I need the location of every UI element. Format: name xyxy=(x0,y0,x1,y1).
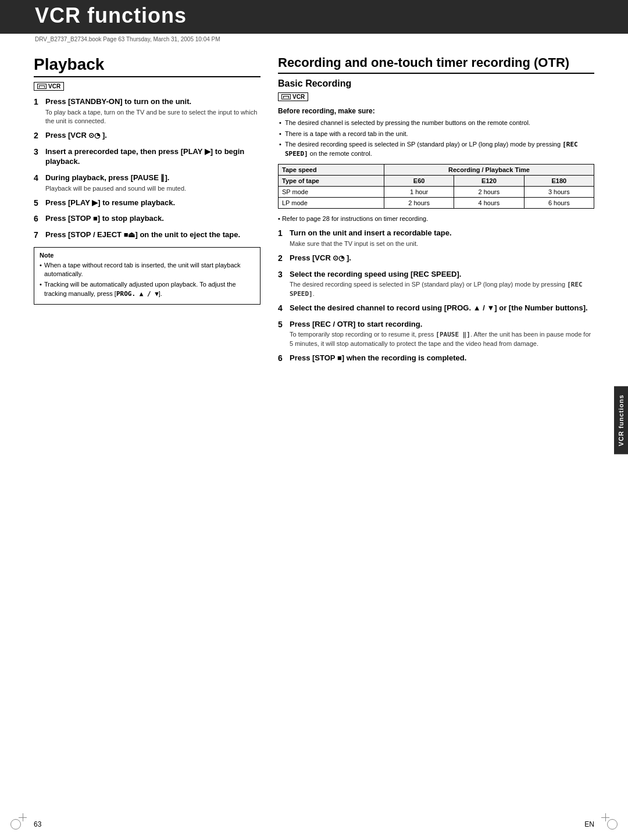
file-info: DRV_B2737_B2734.book Page 63 Thursday, M… xyxy=(35,36,220,42)
rec-step-2: 2 Press [VCR ⊙◔ ]. xyxy=(278,253,594,264)
table-header-e120: E120 xyxy=(454,175,524,186)
playback-section-title: Playback xyxy=(34,55,261,77)
tape-icon-right xyxy=(281,94,291,99)
rec-step-3: 3 Select the recording speed using [REC … xyxy=(278,269,594,298)
playback-step-4: 4 During playback, press [PAUSE ‖]. Play… xyxy=(34,173,261,193)
footer: 63 EN xyxy=(34,820,594,828)
table-cell-sp-label: SP mode xyxy=(279,186,384,197)
tape-speed-table: Tape speed Recording / Playback Time Typ… xyxy=(278,164,594,209)
table-header-tape-speed: Tape speed xyxy=(279,164,384,175)
before-item-2: There is a tape with a record tab in the… xyxy=(285,130,594,138)
rec-step5-sub: To temporarily stop recording or to resu… xyxy=(290,330,594,348)
rec-step1-sub: Make sure that the TV input is set on th… xyxy=(290,240,594,248)
rec-step6-main: Press [STOP ■] when the recording is com… xyxy=(290,353,594,363)
step4-main: During playback, press [PAUSE ‖]. xyxy=(45,173,261,183)
cross-mark-br xyxy=(601,813,609,821)
playback-step-5: 5 Press [PLAY ▶] to resume playback. xyxy=(34,198,261,209)
step6-main: Press [STOP ■] to stop playback. xyxy=(45,213,261,224)
table-cell-lp-e180: 6 hours xyxy=(524,197,594,208)
before-item-3: The desired recording speed is selected … xyxy=(285,140,594,158)
step1-sub: To play back a tape, turn on the TV and … xyxy=(45,108,261,126)
rec-step-5: 5 Press [REC / OTR] to start recording. … xyxy=(278,319,594,348)
recording-section-title: Recording and one-touch timer recording … xyxy=(278,55,594,74)
step7-main: Press [STOP / EJECT ■⏏] on the unit to e… xyxy=(45,230,261,240)
sidebar-tab: VCR functions xyxy=(614,386,628,454)
rec-step1-main: Turn on the unit and insert a recordable… xyxy=(290,228,594,238)
table-header-type: Type of tape xyxy=(279,175,384,186)
table-row-sp: SP mode 1 hour 2 hours 3 hours xyxy=(279,186,594,197)
language-label: EN xyxy=(584,820,594,828)
table-note: • Refer to page 28 for instructions on t… xyxy=(278,215,594,223)
note-box: Note When a tape without record tab is i… xyxy=(34,247,261,305)
step4-sub: Playback will be paused and sound will b… xyxy=(45,184,261,193)
before-recording-list: The desired channel is selected by press… xyxy=(278,119,594,158)
note-item-1: When a tape without record tab is insert… xyxy=(40,261,255,279)
table-header-e180: E180 xyxy=(524,175,594,186)
playback-step-1: 1 Press [STANDBY-ON] to turn on the unit… xyxy=(34,96,261,126)
main-content: Playback VCR 1 Press [STANDBY-ON] to tur… xyxy=(34,49,594,808)
rec-step5-main: Press [REC / OTR] to start recording. xyxy=(290,319,594,330)
step1-main: Press [STANDBY-ON] to turn on the unit. xyxy=(45,96,261,107)
playback-step-7: 7 Press [STOP / EJECT ■⏏] on the unit to… xyxy=(34,230,261,241)
table-row-lp: LP mode 2 hours 4 hours 6 hours xyxy=(279,197,594,208)
vcr-label-right: VCR xyxy=(292,94,305,100)
right-column: Recording and one-touch timer recording … xyxy=(278,49,594,808)
step3-main: Insert a prerecorded tape, then press [P… xyxy=(45,146,261,167)
rec-step2-main: Press [VCR ⊙◔ ]. xyxy=(290,253,594,263)
before-recording-title: Before recording, make sure: xyxy=(278,107,594,115)
vcr-badge-left: VCR xyxy=(34,82,64,91)
header-title: VCR functions xyxy=(35,3,187,28)
rec-step-1: 1 Turn on the unit and insert a recordab… xyxy=(278,228,594,248)
table-cell-lp-e60: 2 hours xyxy=(384,197,454,208)
vcr-label-left: VCR xyxy=(48,83,60,90)
rec-step3-main: Select the recording speed using [REC SP… xyxy=(290,269,594,280)
table-cell-sp-e60: 1 hour xyxy=(384,186,454,197)
rec-step-6: 6 Press [STOP ■] when the recording is c… xyxy=(278,353,594,364)
header-bar: VCR functions xyxy=(0,0,628,34)
table-header-rec-time: Recording / Playback Time xyxy=(384,164,594,175)
rec-step-4: 4 Select the desired channel to record u… xyxy=(278,303,594,314)
tape-icon-left xyxy=(37,84,47,89)
playback-step-6: 6 Press [STOP ■] to stop playback. xyxy=(34,213,261,225)
note-title: Note xyxy=(40,252,255,259)
vcr-badge-right: VCR xyxy=(278,92,308,101)
playback-step-3: 3 Insert a prerecorded tape, then press … xyxy=(34,146,261,168)
table-header-e60: E60 xyxy=(384,175,454,186)
table-cell-lp-e120: 4 hours xyxy=(454,197,524,208)
before-item-1: The desired channel is selected by press… xyxy=(285,119,594,127)
cross-mark-bl xyxy=(19,813,27,821)
sidebar-tab-label: VCR functions xyxy=(618,394,625,446)
note-item-2: Tracking will be automatically adjusted … xyxy=(40,280,255,298)
columns: Playback VCR 1 Press [STANDBY-ON] to tur… xyxy=(34,49,594,808)
playback-step-2: 2 Press [VCR ⊙◔ ]. xyxy=(34,130,261,142)
step5-main: Press [PLAY ▶] to resume playback. xyxy=(45,198,261,208)
basic-recording-title: Basic Recording xyxy=(278,78,594,89)
table-cell-sp-e180: 3 hours xyxy=(524,186,594,197)
left-column: Playback VCR 1 Press [STANDBY-ON] to tur… xyxy=(34,49,261,808)
rec-step3-sub: The desired recording speed is selected … xyxy=(290,280,594,298)
rec-step4-main: Select the desired channel to record usi… xyxy=(290,303,594,313)
table-cell-sp-e120: 2 hours xyxy=(454,186,524,197)
page-number: 63 xyxy=(34,820,41,828)
step2-main: Press [VCR ⊙◔ ]. xyxy=(45,130,261,141)
table-cell-lp-label: LP mode xyxy=(279,197,384,208)
